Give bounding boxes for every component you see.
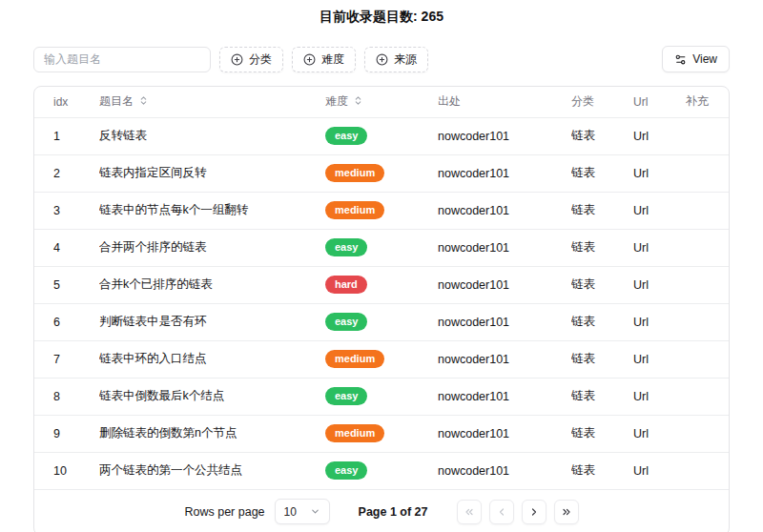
rows-per-page-select[interactable]: 10 bbox=[275, 499, 330, 524]
pager-buttons bbox=[457, 500, 579, 524]
plus-circle-icon bbox=[376, 53, 388, 66]
cell-source: nowcoder101 bbox=[438, 154, 571, 192]
cell-idx: 3 bbox=[34, 192, 99, 229]
cell-extra bbox=[686, 378, 729, 415]
problems-table-card: idx 题目名 难度 bbox=[33, 86, 730, 532]
table-row[interactable]: 1 反转链表 easy nowcoder101 链表 Url bbox=[34, 117, 729, 154]
cell-url[interactable]: Url bbox=[633, 117, 686, 154]
chevron-right-icon bbox=[528, 506, 540, 518]
cell-extra bbox=[686, 229, 729, 266]
cell-source: nowcoder101 bbox=[438, 340, 571, 378]
next-page-button[interactable] bbox=[522, 500, 546, 524]
view-button[interactable]: View bbox=[662, 46, 730, 72]
cell-url[interactable]: Url bbox=[633, 378, 686, 415]
cell-url[interactable]: Url bbox=[633, 452, 686, 489]
cell-url[interactable]: Url bbox=[633, 415, 686, 452]
cell-idx: 1 bbox=[34, 117, 99, 154]
cell-category: 链表 bbox=[571, 303, 633, 340]
chevrons-right-icon bbox=[561, 506, 572, 518]
sort-icon bbox=[138, 95, 149, 109]
cell-url[interactable]: Url bbox=[633, 340, 686, 378]
cell-category: 链表 bbox=[571, 340, 633, 378]
cell-category: 链表 bbox=[571, 452, 633, 489]
cell-source: nowcoder101 bbox=[438, 266, 571, 303]
page-title: 目前收录题目数: 265 bbox=[0, 0, 763, 26]
table-row[interactable]: 2 链表内指定区间反转 medium nowcoder101 链表 Url bbox=[34, 154, 729, 192]
difficulty-badge: easy bbox=[325, 461, 367, 480]
column-header-extra: 补充 bbox=[686, 87, 729, 117]
filter-source-button[interactable]: 来源 bbox=[364, 47, 428, 72]
cell-idx: 2 bbox=[34, 154, 99, 192]
cell-name: 合并两个排序的链表 bbox=[99, 229, 325, 266]
table-pagination: Rows per page 10 Page 1 of 27 bbox=[34, 489, 729, 532]
difficulty-badge: hard bbox=[325, 276, 367, 294]
cell-difficulty: easy bbox=[325, 452, 438, 489]
cell-category: 链表 bbox=[571, 415, 633, 452]
cell-name: 链表中倒数最后k个结点 bbox=[99, 378, 325, 415]
difficulty-badge: medium bbox=[325, 424, 384, 442]
cell-extra bbox=[686, 415, 729, 452]
filter-category-label: 分类 bbox=[249, 51, 272, 68]
plus-circle-icon bbox=[231, 53, 243, 66]
table-row[interactable]: 6 判断链表中是否有环 easy nowcoder101 链表 Url bbox=[34, 303, 729, 340]
page-info: Page 1 of 27 bbox=[359, 505, 428, 519]
rows-per-page-label: Rows per page bbox=[184, 505, 264, 519]
table-header-row: idx 题目名 难度 bbox=[34, 87, 729, 117]
filter-difficulty-button[interactable]: 难度 bbox=[292, 47, 356, 72]
title-label: 目前收录题目数: bbox=[320, 9, 418, 24]
cell-source: nowcoder101 bbox=[438, 415, 571, 452]
table-row[interactable]: 8 链表中倒数最后k个结点 easy nowcoder101 链表 Url bbox=[34, 378, 729, 415]
cell-source: nowcoder101 bbox=[438, 117, 571, 154]
previous-page-button[interactable] bbox=[489, 500, 514, 524]
cell-idx: 10 bbox=[34, 452, 99, 489]
cell-extra bbox=[686, 266, 729, 303]
cell-url[interactable]: Url bbox=[633, 192, 686, 229]
cell-url[interactable]: Url bbox=[633, 229, 686, 266]
toolbar: 分类 难度 来源 View bbox=[33, 46, 730, 72]
cell-difficulty: hard bbox=[325, 266, 438, 303]
cell-difficulty: medium bbox=[325, 415, 438, 452]
cell-source: nowcoder101 bbox=[438, 378, 571, 415]
cell-difficulty: medium bbox=[325, 340, 438, 378]
title-count: 265 bbox=[422, 9, 443, 24]
difficulty-badge: easy bbox=[325, 387, 367, 405]
chevron-left-icon bbox=[496, 506, 507, 518]
cell-name: 链表内指定区间反转 bbox=[99, 154, 325, 192]
problems-table: idx 题目名 难度 bbox=[34, 87, 729, 489]
table-row[interactable]: 4 合并两个排序的链表 easy nowcoder101 链表 Url bbox=[34, 229, 729, 266]
cell-extra bbox=[686, 154, 729, 192]
cell-extra bbox=[686, 192, 729, 229]
cell-difficulty: easy bbox=[325, 229, 438, 266]
cell-url[interactable]: Url bbox=[633, 266, 686, 303]
view-button-label: View bbox=[692, 52, 717, 66]
cell-difficulty: easy bbox=[325, 117, 438, 154]
cell-idx: 4 bbox=[34, 229, 99, 266]
cell-category: 链表 bbox=[571, 117, 633, 154]
cell-difficulty: easy bbox=[325, 378, 438, 415]
cell-source: nowcoder101 bbox=[438, 192, 571, 229]
column-header-difficulty[interactable]: 难度 bbox=[325, 87, 438, 117]
table-row[interactable]: 9 删除链表的倒数第n个节点 medium nowcoder101 链表 Url bbox=[34, 415, 729, 452]
difficulty-badge: easy bbox=[325, 238, 367, 256]
last-page-button[interactable] bbox=[554, 500, 579, 524]
table-row[interactable]: 7 链表中环的入口结点 medium nowcoder101 链表 Url bbox=[34, 340, 729, 378]
table-row[interactable]: 10 两个链表的第一个公共结点 easy nowcoder101 链表 Url bbox=[34, 452, 729, 489]
column-header-name[interactable]: 题目名 bbox=[99, 87, 325, 117]
table-row[interactable]: 5 合并k个已排序的链表 hard nowcoder101 链表 Url bbox=[34, 266, 729, 303]
filter-category-button[interactable]: 分类 bbox=[219, 47, 283, 72]
filter-difficulty-label: 难度 bbox=[321, 51, 344, 68]
difficulty-badge: easy bbox=[325, 313, 367, 331]
cell-url[interactable]: Url bbox=[633, 154, 686, 192]
filter-source-label: 来源 bbox=[394, 51, 417, 68]
difficulty-badge: medium bbox=[325, 350, 384, 368]
search-input[interactable] bbox=[33, 47, 211, 72]
cell-difficulty: medium bbox=[325, 192, 438, 229]
column-header-source: 出处 bbox=[438, 87, 571, 117]
first-page-button[interactable] bbox=[457, 500, 482, 524]
cell-idx: 9 bbox=[34, 415, 99, 452]
cell-category: 链表 bbox=[571, 266, 633, 303]
cell-difficulty: easy bbox=[325, 303, 438, 340]
cell-url[interactable]: Url bbox=[633, 303, 686, 340]
table-row[interactable]: 3 链表中的节点每k个一组翻转 medium nowcoder101 链表 Ur… bbox=[34, 192, 729, 229]
chevrons-left-icon bbox=[464, 506, 475, 518]
